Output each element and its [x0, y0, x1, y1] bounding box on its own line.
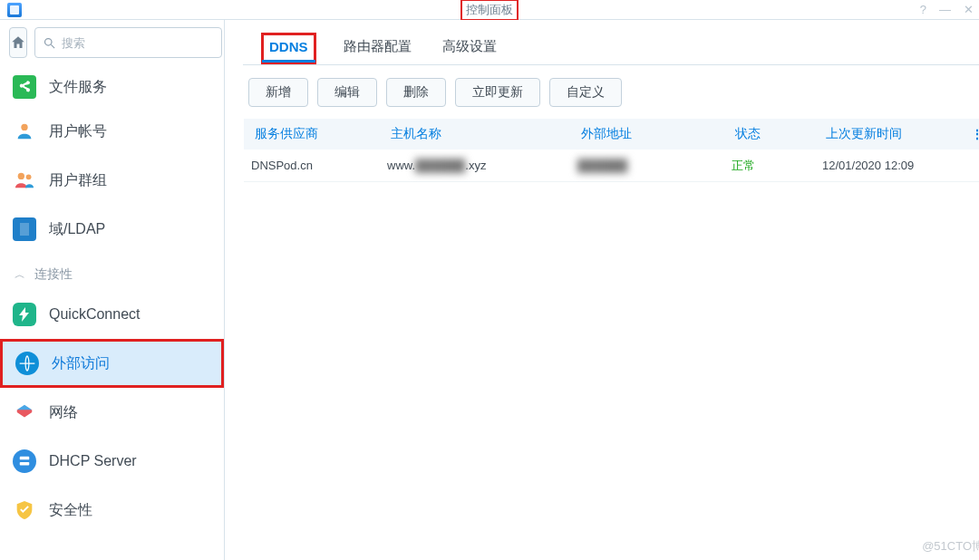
- sidebar-item-network[interactable]: 网络: [0, 388, 224, 437]
- table-header: 服务供应商 主机名称 外部地址 状态 上次更新时间 ⋮: [244, 119, 979, 150]
- cell-provider: DNSPod.cn: [251, 159, 387, 172]
- sidebar-item-label: 安全性: [49, 501, 92, 520]
- sidebar-item-external-access[interactable]: 外部访问: [0, 339, 224, 388]
- tab-ddns[interactable]: DDNS: [261, 33, 316, 64]
- app-body: 文件服务 用户帐号 用户群组 域/LDAP ︿ 连接性: [0, 20, 979, 560]
- sidebar-item-label: 域/LDAP: [49, 220, 105, 239]
- window-controls: ? — ✕: [920, 3, 974, 16]
- svg-point-2: [21, 124, 27, 130]
- sidebar-item-dhcp[interactable]: DHCP Server: [0, 437, 224, 486]
- network-icon: [13, 401, 36, 424]
- svg-point-4: [26, 174, 32, 179]
- update-now-button[interactable]: 立即更新: [455, 78, 540, 107]
- watermark: @51CTO博客: [922, 538, 979, 555]
- svg-rect-9: [20, 462, 30, 466]
- sidebar-item-label: 文件服务: [49, 78, 107, 97]
- sidebar-item-security[interactable]: 安全性: [0, 486, 224, 535]
- sidebar-item-label: 用户帐号: [49, 122, 107, 141]
- search-icon: [43, 36, 56, 50]
- th-external-addr[interactable]: 外部地址: [577, 126, 732, 142]
- sidebar: 文件服务 用户帐号 用户群组 域/LDAP ︿ 连接性: [0, 20, 225, 560]
- home-icon: [10, 34, 26, 51]
- add-button[interactable]: 新增: [248, 78, 308, 107]
- tab-label: 高级设置: [442, 38, 497, 53]
- sidebar-item-file-service[interactable]: 文件服务: [0, 67, 224, 107]
- users-icon: [13, 169, 36, 192]
- chevron-up-icon: ︿: [15, 267, 25, 283]
- main-panel: DDNS 路由器配置 高级设置 新增 编辑 删除 立即更新 自定义 服务供应商 …: [225, 20, 979, 560]
- section-connectivity[interactable]: ︿ 连接性: [0, 254, 224, 290]
- close-button[interactable]: ✕: [964, 3, 974, 16]
- search-input[interactable]: [62, 36, 214, 50]
- tab-router-config[interactable]: 路由器配置: [340, 33, 415, 64]
- help-button[interactable]: ?: [920, 3, 926, 16]
- svg-rect-8: [20, 457, 30, 460]
- cell-status: 正常: [732, 158, 822, 174]
- sidebar-item-label: DHCP Server: [49, 453, 137, 469]
- shield-icon: [13, 498, 36, 522]
- tab-label: DDNS: [269, 39, 308, 54]
- delete-button[interactable]: 删除: [386, 78, 446, 107]
- search-input-wrapper[interactable]: [34, 27, 222, 58]
- th-status[interactable]: 状态: [732, 126, 822, 142]
- search-row: [0, 27, 224, 67]
- bolt-icon: [13, 303, 36, 326]
- sidebar-item-domain-ldap[interactable]: 域/LDAP: [0, 205, 224, 254]
- table-row[interactable]: DNSPod.cn www.██████.xyz ██████ 正常 12/01…: [244, 150, 979, 182]
- cell-external-addr: ██████: [577, 159, 732, 172]
- svg-rect-6: [20, 223, 29, 236]
- globe-icon: [15, 352, 39, 375]
- sidebar-item-user-group[interactable]: 用户群组: [0, 156, 224, 205]
- home-button[interactable]: [9, 27, 27, 58]
- book-icon: [13, 217, 36, 241]
- sidebar-item-quickconnect[interactable]: QuickConnect: [0, 290, 224, 339]
- window-title: 控制面板: [460, 0, 519, 21]
- th-last-update[interactable]: 上次更新时间: [822, 126, 967, 142]
- svg-point-3: [18, 173, 24, 179]
- cell-last-update: 12/01/2020 12:09: [822, 159, 967, 172]
- ddns-table: 服务供应商 主机名称 外部地址 状态 上次更新时间 ⋮ DNSPod.cn ww…: [243, 118, 979, 183]
- edit-button[interactable]: 编辑: [317, 78, 377, 107]
- app-icon: [7, 3, 22, 17]
- tab-label: 路由器配置: [344, 38, 412, 53]
- titlebar: 控制面板 ? — ✕: [0, 0, 979, 20]
- sidebar-item-label: 外部访问: [52, 354, 110, 373]
- server-icon: [13, 449, 36, 473]
- svg-line-1: [51, 44, 54, 48]
- th-provider[interactable]: 服务供应商: [251, 126, 387, 142]
- tabs: DDNS 路由器配置 高级设置: [243, 29, 979, 65]
- minimize-button[interactable]: —: [939, 3, 951, 16]
- sidebar-item-user-account[interactable]: 用户帐号: [0, 107, 224, 156]
- custom-button[interactable]: 自定义: [549, 78, 622, 107]
- cell-hostname: www.██████.xyz: [387, 159, 577, 172]
- table-more-icon[interactable]: ⋮: [967, 127, 979, 141]
- toolbar: 新增 编辑 删除 立即更新 自定义: [243, 65, 979, 118]
- sidebar-item-label: QuickConnect: [49, 306, 141, 323]
- user-icon: [13, 120, 36, 143]
- sidebar-item-label: 网络: [49, 403, 78, 422]
- share-icon: [13, 75, 36, 99]
- svg-point-0: [45, 38, 53, 45]
- section-label: 连接性: [34, 266, 73, 283]
- tab-advanced[interactable]: 高级设置: [439, 33, 500, 64]
- sidebar-item-label: 用户群组: [49, 171, 107, 190]
- th-hostname[interactable]: 主机名称: [387, 126, 577, 142]
